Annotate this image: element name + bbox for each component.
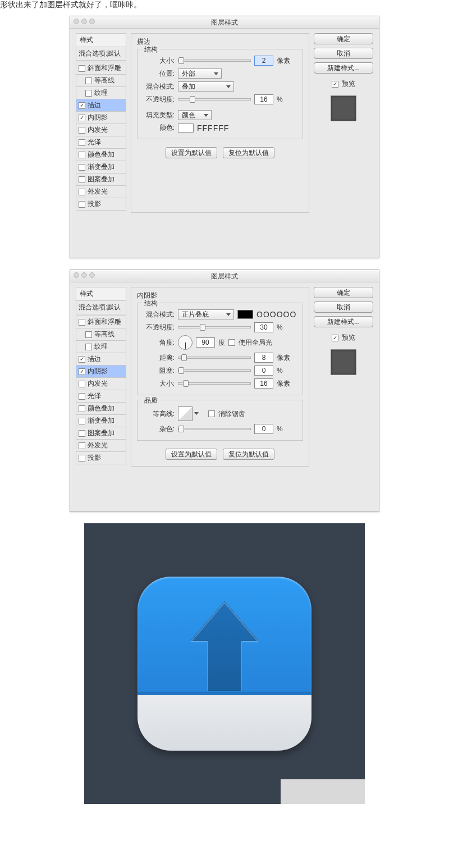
new-style-button[interactable]: 新建样式... bbox=[314, 62, 373, 74]
distance-slider[interactable] bbox=[178, 357, 251, 359]
preview-checkbox[interactable] bbox=[332, 335, 338, 341]
angle-dial[interactable] bbox=[178, 335, 193, 350]
style-item-光泽[interactable]: 光泽 bbox=[76, 136, 126, 149]
opacity-input[interactable]: 30 bbox=[254, 322, 273, 332]
size-slider[interactable] bbox=[178, 60, 251, 62]
opacity-slider[interactable] bbox=[178, 326, 251, 328]
style-item-颜色叠加[interactable]: 颜色叠加 bbox=[76, 403, 126, 415]
fill-type-select[interactable]: 颜色 bbox=[178, 110, 212, 120]
style-checkbox[interactable] bbox=[79, 201, 85, 208]
style-checkbox[interactable] bbox=[79, 356, 85, 363]
style-checkbox[interactable] bbox=[79, 405, 85, 412]
angle-input[interactable]: 90 bbox=[196, 337, 215, 348]
ok-button[interactable]: 确定 bbox=[314, 287, 373, 298]
style-checkbox[interactable] bbox=[79, 442, 85, 449]
style-item-颜色叠加[interactable]: 颜色叠加 bbox=[76, 149, 126, 161]
blend-mode-select[interactable]: 正片叠底 bbox=[178, 309, 234, 319]
style-checkbox[interactable] bbox=[85, 77, 92, 84]
style-item-斜面和浮雕[interactable]: 斜面和浮雕 bbox=[76, 316, 126, 328]
style-item-内阴影[interactable]: 内阴影 bbox=[76, 366, 126, 378]
size-slider[interactable] bbox=[178, 382, 251, 385]
choke-slider[interactable] bbox=[178, 369, 251, 372]
style-checkbox[interactable] bbox=[79, 189, 85, 195]
style-checkbox[interactable] bbox=[79, 319, 85, 326]
style-item-渐变叠加[interactable]: 渐变叠加 bbox=[76, 415, 126, 427]
style-checkbox[interactable] bbox=[79, 164, 85, 171]
style-checkbox[interactable] bbox=[79, 393, 85, 400]
window-zoom-icon[interactable] bbox=[89, 272, 95, 278]
style-item-光泽[interactable]: 光泽 bbox=[76, 390, 126, 403]
window-minimize-icon[interactable] bbox=[81, 19, 87, 24]
position-select[interactable]: 外部 bbox=[178, 68, 222, 79]
size-input[interactable]: 2 bbox=[254, 56, 273, 66]
contour-picker[interactable] bbox=[178, 406, 193, 421]
style-checkbox[interactable] bbox=[79, 127, 85, 134]
style-item-纹理[interactable]: 纹理 bbox=[76, 341, 126, 353]
make-default-button[interactable]: 设置为默认值 bbox=[166, 147, 217, 158]
window-zoom-icon[interactable] bbox=[89, 19, 95, 24]
styles-header[interactable]: 样式 bbox=[76, 287, 126, 301]
window-close-icon[interactable] bbox=[74, 272, 79, 278]
style-item-外发光[interactable]: 外发光 bbox=[76, 186, 126, 198]
style-checkbox[interactable] bbox=[79, 418, 85, 424]
intro-text: 形状出来了加图层样式就好了，哐咔咔。 bbox=[0, 0, 449, 16]
make-default-button[interactable]: 设置为默认值 bbox=[166, 449, 217, 460]
style-item-等高线[interactable]: 等高线 bbox=[76, 328, 126, 341]
cancel-button[interactable]: 取消 bbox=[314, 48, 373, 59]
noise-slider[interactable] bbox=[178, 428, 251, 430]
unit-pct: % bbox=[277, 425, 283, 433]
blending-options-item[interactable]: 混合选项:默认 bbox=[76, 47, 126, 61]
style-item-描边[interactable]: 描边 bbox=[76, 99, 126, 112]
style-item-内发光[interactable]: 内发光 bbox=[76, 378, 126, 390]
style-checkbox[interactable] bbox=[79, 430, 85, 437]
opacity-slider[interactable] bbox=[178, 98, 251, 100]
style-item-斜面和浮雕[interactable]: 斜面和浮雕 bbox=[76, 62, 126, 75]
antialias-label: 消除锯齿 bbox=[218, 409, 245, 419]
window-close-icon[interactable] bbox=[74, 19, 79, 24]
ok-button[interactable]: 确定 bbox=[314, 33, 373, 44]
preview-checkbox[interactable] bbox=[332, 81, 338, 88]
style-checkbox[interactable] bbox=[79, 455, 85, 462]
upload-arrow-icon bbox=[191, 601, 258, 691]
noise-input[interactable]: 0 bbox=[254, 424, 273, 434]
style-item-图案叠加[interactable]: 图案叠加 bbox=[76, 427, 126, 440]
shadow-color-swatch[interactable] bbox=[237, 310, 253, 319]
reset-default-button[interactable]: 复位为默认值 bbox=[223, 147, 274, 158]
style-item-图案叠加[interactable]: 图案叠加 bbox=[76, 173, 126, 186]
style-checkbox[interactable] bbox=[79, 176, 85, 183]
antialias-checkbox[interactable] bbox=[208, 410, 215, 417]
cancel-button[interactable]: 取消 bbox=[314, 301, 373, 313]
blend-mode-select[interactable]: 叠加 bbox=[178, 81, 234, 92]
opacity-input[interactable]: 16 bbox=[254, 94, 273, 104]
choke-input[interactable]: 0 bbox=[254, 366, 273, 376]
style-checkbox[interactable] bbox=[79, 381, 85, 387]
global-light-checkbox[interactable] bbox=[228, 339, 235, 346]
distance-input[interactable]: 8 bbox=[254, 353, 273, 363]
style-item-内发光[interactable]: 内发光 bbox=[76, 124, 126, 136]
size-input[interactable]: 16 bbox=[254, 378, 273, 389]
new-style-button[interactable]: 新建样式... bbox=[314, 316, 373, 327]
style-item-描边[interactable]: 描边 bbox=[76, 353, 126, 366]
style-item-渐变叠加[interactable]: 渐变叠加 bbox=[76, 161, 126, 173]
color-swatch[interactable] bbox=[178, 124, 194, 133]
style-item-外发光[interactable]: 外发光 bbox=[76, 440, 126, 452]
style-checkbox[interactable] bbox=[79, 115, 85, 121]
style-item-等高线[interactable]: 等高线 bbox=[76, 75, 126, 87]
style-checkbox[interactable] bbox=[85, 331, 92, 338]
style-checkbox[interactable] bbox=[79, 139, 85, 146]
style-checkbox[interactable] bbox=[79, 102, 85, 109]
style-checkbox[interactable] bbox=[79, 152, 85, 158]
style-checkbox[interactable] bbox=[85, 344, 92, 350]
blending-options-item[interactable]: 混合选项:默认 bbox=[76, 301, 126, 314]
contour-label: 等高线: bbox=[142, 409, 175, 419]
styles-header[interactable]: 样式 bbox=[76, 33, 126, 47]
style-item-内阴影[interactable]: 内阴影 bbox=[76, 112, 126, 124]
style-checkbox[interactable] bbox=[85, 90, 92, 97]
style-checkbox[interactable] bbox=[79, 65, 85, 72]
reset-default-button[interactable]: 复位为默认值 bbox=[223, 449, 274, 460]
style-item-投影[interactable]: 投影 bbox=[76, 452, 126, 464]
style-item-纹理[interactable]: 纹理 bbox=[76, 87, 126, 99]
style-item-投影[interactable]: 投影 bbox=[76, 198, 126, 211]
style-checkbox[interactable] bbox=[79, 368, 85, 375]
window-minimize-icon[interactable] bbox=[81, 272, 87, 278]
